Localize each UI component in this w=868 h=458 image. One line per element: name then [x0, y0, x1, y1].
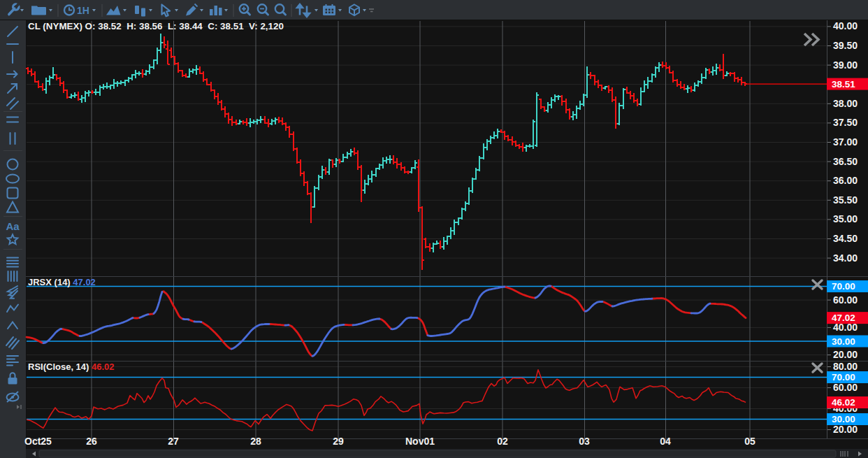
svg-text:Oct25: Oct25	[24, 436, 52, 447]
svg-text:34.00: 34.00	[833, 252, 858, 264]
svg-text:36.50: 36.50	[833, 156, 858, 167]
svg-text:03: 03	[579, 436, 590, 447]
svg-text:CL (NYMEX) O: 38.52 H: 38.56: CL (NYMEX) O: 38.52 H: 38.56 L: 38.44 C:…	[28, 21, 284, 31]
svg-text:1H: 1H	[77, 5, 89, 16]
svg-text:35.50: 35.50	[833, 194, 858, 206]
svg-text:30.00: 30.00	[832, 336, 855, 347]
svg-text:40.00: 40.00	[833, 20, 858, 31]
svg-text:30.00: 30.00	[832, 414, 855, 424]
svg-text:05: 05	[744, 436, 755, 447]
svg-text:JRSX (14) 47.02: JRSX (14) 47.02	[28, 277, 96, 287]
svg-text:60.00: 60.00	[833, 382, 858, 393]
svg-text:34.50: 34.50	[833, 233, 858, 244]
svg-text:80.00: 80.00	[833, 361, 858, 372]
svg-text:20.00: 20.00	[833, 349, 858, 360]
svg-text:28: 28	[250, 436, 261, 447]
svg-text:04: 04	[660, 436, 671, 447]
svg-text:46.02: 46.02	[832, 397, 855, 408]
svg-text:38.51: 38.51	[832, 79, 855, 90]
svg-text:70.00: 70.00	[832, 372, 855, 382]
svg-text:02: 02	[497, 436, 508, 447]
svg-text:37.50: 37.50	[833, 117, 858, 128]
svg-text:36.00: 36.00	[833, 175, 858, 186]
svg-text:60.00: 60.00	[833, 294, 858, 306]
svg-text:Nov01: Nov01	[405, 436, 435, 447]
svg-text:47.02: 47.02	[832, 313, 855, 323]
svg-text:37.00: 37.00	[833, 136, 858, 148]
svg-text:39.00: 39.00	[833, 59, 858, 71]
svg-text:70.00: 70.00	[832, 281, 855, 292]
svg-text:29: 29	[333, 436, 344, 447]
svg-text:35.00: 35.00	[833, 213, 858, 224]
svg-text:38.00: 38.00	[833, 98, 858, 109]
svg-text:Aa: Aa	[6, 220, 20, 232]
svg-text:26: 26	[86, 436, 97, 447]
svg-text:39.50: 39.50	[833, 40, 858, 51]
svg-text:20.00: 20.00	[833, 424, 858, 435]
svg-text:RSI(Close, 14) 46.02: RSI(Close, 14) 46.02	[28, 362, 115, 372]
svg-text:27: 27	[168, 436, 179, 447]
